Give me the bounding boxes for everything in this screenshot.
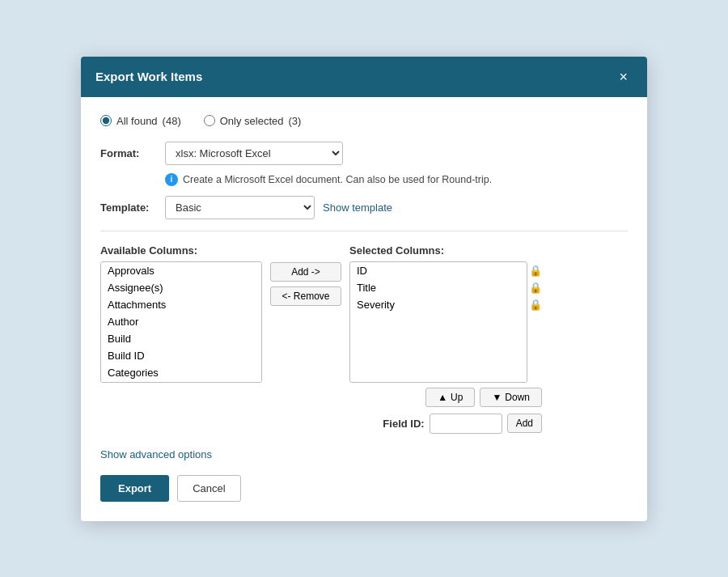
format-info-row: i Create a Microsoft Excel document. Can…: [165, 173, 628, 186]
remove-button[interactable]: <- Remove: [270, 286, 341, 306]
show-template-link[interactable]: Show template: [323, 202, 392, 214]
export-button[interactable]: Export: [100, 475, 169, 502]
template-select[interactable]: Basic Advanced: [165, 196, 315, 219]
available-columns-label: Available Columns:: [100, 244, 262, 257]
selected-col-severity[interactable]: Severity: [350, 296, 527, 313]
scope-radio-group: All found (48) Only selected (3): [100, 115, 628, 127]
divider: [100, 231, 628, 231]
format-info-text: Create a Microsoft Excel document. Can a…: [183, 174, 492, 185]
all-found-label: All found: [116, 115, 158, 127]
template-label: Template:: [100, 202, 165, 214]
field-id-row: Field ID: Add: [349, 414, 542, 434]
cancel-button[interactable]: Cancel: [177, 475, 240, 502]
bottom-buttons: Export Cancel: [100, 475, 628, 505]
only-selected-label: Only selected: [220, 115, 284, 127]
up-button[interactable]: ▲ Up: [425, 388, 475, 407]
available-columns-list[interactable]: Approvals Assignee(s) Attachments Author…: [100, 261, 262, 383]
lock-icon-id: 🔒: [529, 265, 542, 277]
format-row: Format: xlsx: Microsoft Excel csv: CSV j…: [100, 142, 628, 165]
down-button[interactable]: ▼ Down: [480, 388, 542, 407]
selected-col-title[interactable]: Title: [350, 279, 527, 296]
selected-columns-label: Selected Columns:: [349, 244, 542, 257]
all-found-radio-label[interactable]: All found (48): [100, 115, 181, 127]
format-select[interactable]: xlsx: Microsoft Excel csv: CSV json: JSO…: [165, 142, 343, 165]
field-id-add-button[interactable]: Add: [507, 414, 542, 433]
selected-columns-list[interactable]: ID Title Severity: [349, 261, 527, 383]
dialog-title: Export Work Items: [95, 70, 202, 83]
available-col-categories[interactable]: Categories: [101, 364, 261, 381]
selected-columns-wrapper: Selected Columns: ID Title Severity 🔒 🔒 …: [349, 244, 542, 434]
available-col-characteristic[interactable]: Characteristic: [101, 381, 261, 383]
available-columns-box: Available Columns: Approvals Assignee(s)…: [100, 244, 262, 383]
lock-icon-severity: 🔒: [529, 299, 542, 311]
add-remove-buttons: Add -> <- Remove: [262, 262, 349, 306]
available-col-approvals[interactable]: Approvals: [101, 262, 261, 279]
available-col-attachments[interactable]: Attachments: [101, 296, 261, 313]
available-col-build[interactable]: Build: [101, 330, 261, 347]
only-selected-radio-label[interactable]: Only selected (3): [204, 115, 302, 127]
all-found-count: (48): [163, 115, 181, 127]
dialog-header: Export Work Items ×: [81, 57, 647, 97]
columns-section: Available Columns: Approvals Assignee(s)…: [100, 244, 628, 434]
selected-col-id[interactable]: ID: [350, 262, 527, 279]
available-col-assignee[interactable]: Assignee(s): [101, 279, 261, 296]
up-arrow-icon: ▲: [438, 392, 447, 403]
only-selected-radio[interactable]: [204, 115, 215, 126]
lock-icon-title: 🔒: [529, 282, 542, 294]
field-id-label: Field ID:: [383, 418, 424, 430]
show-advanced-link[interactable]: Show advanced options: [100, 448, 212, 460]
add-button[interactable]: Add ->: [270, 262, 341, 282]
all-found-radio[interactable]: [100, 115, 112, 126]
updown-row: ▲ Up ▼ Down: [349, 388, 542, 407]
up-label: Up: [451, 392, 463, 403]
close-button[interactable]: ×: [614, 68, 633, 86]
available-col-build-id[interactable]: Build ID: [101, 347, 261, 364]
only-selected-count: (3): [288, 115, 301, 127]
format-label: Format:: [100, 147, 165, 159]
dialog-body: All found (48) Only selected (3) Format:…: [81, 97, 647, 521]
down-arrow-icon: ▼: [492, 392, 502, 403]
export-dialog: Export Work Items × All found (48) Only …: [81, 57, 647, 521]
down-label: Down: [505, 392, 530, 403]
info-icon: i: [165, 173, 178, 186]
available-col-author[interactable]: Author: [101, 313, 261, 330]
template-row: Template: Basic Advanced Show template: [100, 196, 628, 219]
field-id-input[interactable]: [430, 414, 502, 434]
